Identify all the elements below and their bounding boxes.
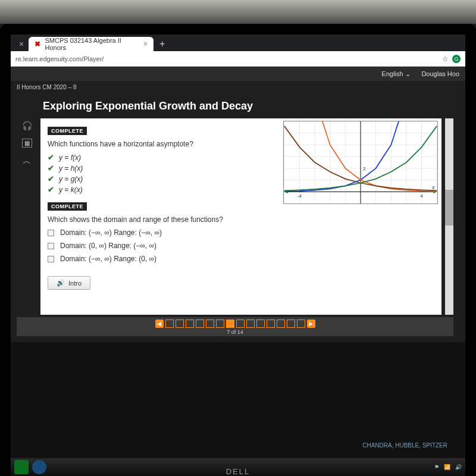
progress-step[interactable] (267, 320, 275, 328)
app-header: English ⌄ Douglas Hoo (11, 67, 465, 81)
lesson-title: Exploring Exponential Growth and Decay (43, 100, 453, 112)
progress-step[interactable] (216, 320, 224, 328)
progress-boxes: ◀ ▶ (155, 320, 315, 328)
scrollbar-thumb[interactable] (445, 190, 453, 226)
check-icon: ✔ (48, 153, 54, 162)
laptop-bezel: × ✖ SMCPS 032143 Algebra II Honors × + r… (0, 24, 476, 476)
check-icon: ✔ (48, 185, 54, 194)
svg-text:4: 4 (420, 193, 423, 199)
option-text: Domain: (0, ∞) Range: (−∞, ∞) (60, 242, 156, 250)
desktop-watermark: CHANDRA, HUBBLE, SPITZER (362, 442, 447, 449)
question-2-text: Which shows the domain and range of thes… (48, 215, 434, 224)
progress-step[interactable] (226, 320, 234, 328)
progress-step[interactable] (206, 320, 214, 328)
option-item[interactable]: Domain: (−∞, ∞) Range: (−∞, ∞) (48, 228, 434, 237)
progress-step[interactable] (277, 320, 285, 328)
progress-step[interactable] (236, 320, 245, 328)
progress-prev-button[interactable]: ◀ (155, 320, 164, 328)
progress-step[interactable] (246, 320, 255, 328)
language-label: English (381, 70, 403, 77)
progress-counter: 7 of 14 (227, 329, 243, 335)
lesson-side-toolbar: 🎧 ▦ ︿ (17, 118, 37, 315)
option-item[interactable]: Domain: (0, ∞) Range: (−∞, ∞) (48, 242, 434, 250)
headphones-icon[interactable]: 🎧 (22, 121, 32, 130)
answer-text: y = h(x) (59, 164, 83, 173)
answer-text: y = k(x) (59, 186, 83, 194)
svg-text:-4: -4 (298, 193, 302, 199)
answer-text: y = f(x) (59, 154, 81, 162)
screen: × ✖ SMCPS 032143 Algebra II Honors × + r… (11, 35, 465, 476)
ambient-background (0, 0, 476, 24)
check-icon: ✔ (48, 164, 54, 173)
option-item[interactable]: Domain: (−∞, ∞) Range: (0, ∞) (48, 255, 434, 263)
complete-badge-1: COMPLETE (48, 127, 87, 135)
exponential-graph: -442x (283, 121, 438, 204)
progress-step[interactable] (196, 320, 204, 328)
user-name[interactable]: Douglas Hoo (421, 70, 459, 77)
check-icon: ✔ (48, 174, 54, 183)
browser-tab-active[interactable]: ✖ SMCPS 032143 Algebra II Honors × (29, 37, 154, 51)
checkbox-icon[interactable] (48, 243, 54, 249)
checkbox-icon[interactable] (48, 230, 54, 236)
tab-title: SMCPS 032143 Algebra II Honors (45, 37, 140, 51)
intro-button[interactable]: 🔊 Intro (48, 276, 90, 290)
panel-scrollbar[interactable] (445, 118, 453, 315)
option-text: Domain: (−∞, ∞) Range: (0, ∞) (60, 255, 156, 263)
content-panel: COMPLETE Which functions have a horizont… (40, 118, 441, 315)
answer-text: y = g(x) (59, 175, 83, 183)
prev-tab-close[interactable]: × (14, 37, 29, 51)
calculator-icon[interactable]: ▦ (22, 139, 32, 148)
progress-strip: ◀ ▶ 7 of 14 (17, 317, 453, 336)
complete-badge-2: COMPLETE (48, 202, 87, 211)
progress-step[interactable] (165, 320, 174, 328)
progress-step[interactable] (297, 320, 305, 328)
progress-step[interactable] (256, 320, 265, 328)
browser-address-bar: re.learn.edgenuity.com/Player/ ☆ G (11, 51, 465, 67)
edgenuity-favicon-icon: ✖ (35, 40, 41, 48)
tab-close-icon[interactable]: × (143, 40, 148, 48)
extension-icon[interactable]: G (452, 55, 461, 63)
speaker-icon: 🔊 (57, 279, 65, 287)
star-icon[interactable]: ☆ (442, 55, 449, 63)
laptop-brand-label: DELL (0, 467, 476, 476)
browser-tab-strip: × ✖ SMCPS 032143 Algebra II Honors × + (11, 35, 465, 51)
url-text[interactable]: re.learn.edgenuity.com/Player/ (15, 55, 437, 62)
progress-step[interactable] (186, 320, 194, 328)
collapse-up-icon[interactable]: ︿ (23, 156, 31, 167)
progress-step[interactable] (176, 320, 184, 328)
browser-action-icons: ☆ G (442, 55, 461, 63)
course-bar: II Honors CM 2020 – 8 (11, 81, 465, 93)
option-text: Domain: (−∞, ∞) Range: (−∞, ∞) (60, 228, 162, 237)
progress-next-button[interactable]: ▶ (307, 320, 315, 328)
lesson-body: 🎧 ▦ ︿ COMPLETE Which functions have a ho… (17, 118, 453, 315)
question-2-options: Domain: (−∞, ∞) Range: (−∞, ∞)Domain: (0… (48, 228, 434, 263)
intro-button-label: Intro (68, 280, 82, 287)
new-tab-button[interactable]: + (154, 37, 171, 51)
language-selector[interactable]: English ⌄ (381, 70, 411, 78)
checkbox-icon[interactable] (48, 256, 54, 262)
progress-step[interactable] (287, 320, 295, 328)
svg-text:x: x (431, 184, 435, 190)
chevron-down-icon: ⌄ (405, 70, 411, 78)
course-label: II Honors CM 2020 – 8 (17, 84, 77, 90)
svg-text:2: 2 (363, 166, 365, 171)
lesson-area: Exploring Exponential Growth and Decay 🎧… (11, 93, 465, 342)
